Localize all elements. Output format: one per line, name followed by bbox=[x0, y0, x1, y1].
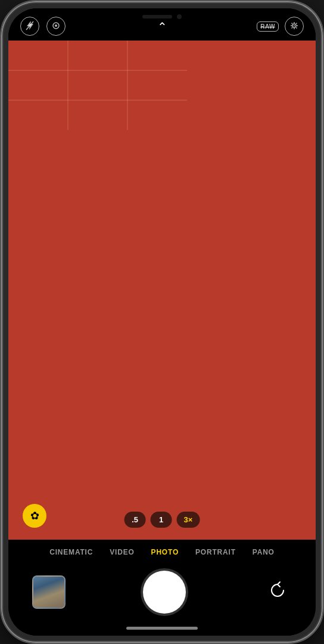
mode-video[interactable]: VIDEO bbox=[101, 546, 142, 559]
svg-point-2 bbox=[55, 24, 57, 27]
zoom-1-label: 1 bbox=[159, 515, 163, 524]
svg-line-9 bbox=[292, 23, 292, 23]
mode-pano[interactable]: PANO bbox=[244, 546, 283, 559]
flip-camera-icon bbox=[268, 581, 287, 603]
viewfinder[interactable]: ✿ .5 1 3× bbox=[8, 41, 316, 540]
chevron-button[interactable]: ⌃ bbox=[157, 18, 167, 34]
flash-button[interactable] bbox=[20, 17, 39, 36]
flip-camera-button[interactable] bbox=[263, 578, 292, 606]
settings-button[interactable] bbox=[285, 17, 304, 36]
svg-line-10 bbox=[296, 27, 297, 28]
photo-thumbnail[interactable] bbox=[32, 575, 66, 609]
thumbnail-image bbox=[33, 577, 64, 608]
phone-screen: ⌃ RAW bbox=[8, 8, 316, 636]
svg-point-4 bbox=[294, 25, 295, 26]
mode-photo[interactable]: PHOTO bbox=[143, 546, 187, 559]
flash-icon bbox=[26, 21, 34, 32]
home-indicator bbox=[8, 623, 316, 636]
live-photo-icon bbox=[52, 21, 60, 32]
mode-selector: CINEMATIC VIDEO PHOTO PORTRAIT PANO bbox=[8, 540, 316, 564]
zoom-05-button[interactable]: .5 bbox=[124, 512, 146, 528]
top-icons-right: RAW bbox=[257, 17, 304, 36]
home-bar bbox=[126, 627, 198, 630]
live-photo-button[interactable] bbox=[46, 17, 66, 36]
grid-overlay bbox=[8, 41, 187, 130]
zoom-controls: .5 1 3× bbox=[124, 512, 200, 528]
phone-frame: ⌃ RAW bbox=[0, 0, 324, 644]
raw-button[interactable]: RAW bbox=[257, 21, 279, 32]
top-bar: ⌃ RAW bbox=[8, 8, 316, 41]
notch-camera bbox=[177, 14, 182, 19]
macro-icon: ✿ bbox=[30, 509, 39, 522]
zoom-05-label: .5 bbox=[132, 515, 138, 524]
raw-label: RAW bbox=[260, 23, 275, 30]
chevron-up-icon: ⌃ bbox=[157, 20, 167, 34]
zoom-3x-label: 3× bbox=[184, 515, 193, 524]
top-icons-left bbox=[20, 17, 66, 36]
settings-icon bbox=[290, 21, 298, 32]
svg-line-12 bbox=[292, 27, 292, 28]
mode-cinematic[interactable]: CINEMATIC bbox=[41, 546, 101, 559]
macro-button[interactable]: ✿ bbox=[23, 504, 46, 528]
zoom-3x-button[interactable]: 3× bbox=[177, 512, 200, 528]
zoom-1-button[interactable]: 1 bbox=[151, 512, 172, 528]
camera-controls bbox=[8, 564, 316, 623]
mode-portrait[interactable]: PORTRAIT bbox=[187, 546, 244, 559]
svg-line-11 bbox=[296, 23, 297, 23]
shutter-button[interactable] bbox=[143, 571, 186, 614]
